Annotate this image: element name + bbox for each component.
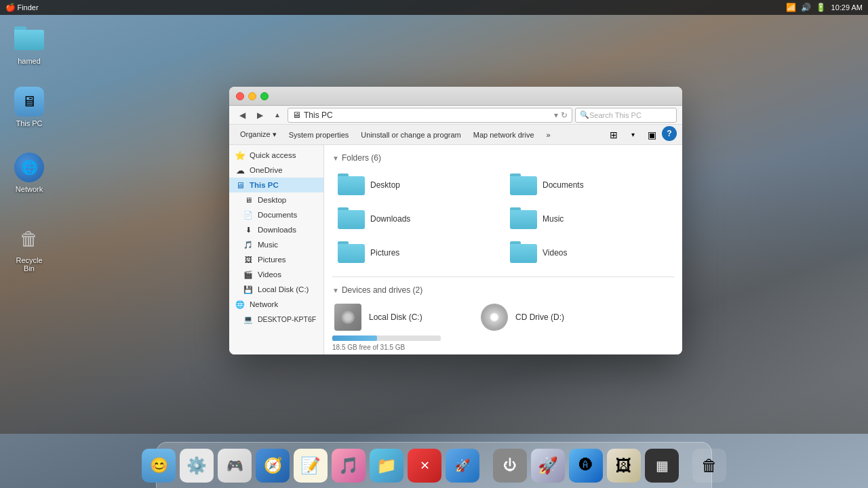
- game-center-dock-icon: 🎮: [226, 458, 243, 474]
- more-options-button[interactable]: »: [541, 129, 556, 140]
- dock-app-store2[interactable]: 🚀: [446, 449, 479, 483]
- folder-item-desktop[interactable]: Desktop: [332, 169, 502, 201]
- address-dropdown-icon[interactable]: ▾: [554, 110, 558, 120]
- sidebar-item-music[interactable]: 🎵 Music: [229, 237, 323, 252]
- launchpad-dock-icon: ✕: [420, 458, 430, 473]
- folder-item-pictures[interactable]: Pictures: [332, 237, 502, 268]
- dock-system-prefs[interactable]: ⚙️: [180, 449, 214, 483]
- dock-game-center[interactable]: 🎮: [218, 449, 252, 483]
- sidebar-network-label: Network: [250, 300, 278, 308]
- search-icon: 🔍: [580, 110, 589, 119]
- apple-menu-icon[interactable]: 🍎: [5, 3, 15, 12]
- organize-button[interactable]: Organize ▾: [235, 129, 282, 140]
- folders-section-title: Folders (6): [342, 153, 381, 163]
- sidebar-onedrive-label: OneDrive: [250, 166, 283, 174]
- file-explorer-window: ◀ ▶ ▲ 🖥 This PC ▾ ↻ 🔍 Search This PC Org…: [229, 87, 682, 354]
- refresh-icon[interactable]: ↻: [561, 110, 568, 120]
- sidebar-item-videos[interactable]: 🎬 Videos: [229, 267, 323, 282]
- sidebar-item-onedrive[interactable]: ☁ OneDrive: [229, 163, 323, 178]
- videos-folder-name: Videos: [542, 248, 567, 258]
- drives-chevron[interactable]: ▼: [332, 287, 339, 294]
- sidebar-item-desktop-computer[interactable]: 💻 DESKTOP-KPT6F: [229, 312, 323, 327]
- system-prefs-dock-icon: ⚙️: [186, 456, 207, 475]
- local-disk-c-space-text: 18.5 GB free of 31.5 GB: [332, 344, 405, 351]
- cd-drive-d-icon: [479, 302, 510, 333]
- dock-mosaic[interactable]: ▦: [645, 449, 679, 483]
- dock-preview[interactable]: 🖼: [607, 449, 641, 483]
- pictures-icon: 🖼: [243, 254, 254, 265]
- sidebar-item-desktop[interactable]: 🖥 Desktop: [229, 192, 323, 207]
- finder-menu[interactable]: Finder: [23, 3, 33, 12]
- sidebar-item-this-pc[interactable]: 🖥 This PC: [229, 178, 323, 192]
- downloads-icon: ⬇: [243, 224, 254, 235]
- help-button[interactable]: ?: [662, 126, 677, 141]
- sidebar-item-downloads[interactable]: ⬇ Downloads: [229, 222, 323, 237]
- dock-finder[interactable]: 😊: [142, 449, 176, 483]
- dock-safari[interactable]: 🧭: [256, 449, 290, 483]
- drives-grid: Local Disk (C:) 18.5 GB free of 31.5 GB: [332, 302, 674, 351]
- desktop-icon-hamed[interactable]: hamed: [5, 24, 53, 65]
- main-content: ⭐ Quick access ☁ OneDrive 🖥 This PC 🖥 De…: [229, 145, 682, 354]
- drive-item-local-disk-c[interactable]: Local Disk (C:) 18.5 GB free of 31.5 GB: [332, 302, 468, 351]
- minimize-button[interactable]: [248, 92, 256, 100]
- desktop-icon-recycle-bin[interactable]: 🗑 RecycleBin: [5, 224, 53, 272]
- view-dropdown-button[interactable]: ▾: [624, 126, 642, 144]
- menu-bar-left: 🍎 Finder: [5, 3, 33, 12]
- back-button[interactable]: ◀: [235, 108, 250, 123]
- folders-grid: Desktop Documents Downloads Music: [332, 169, 674, 268]
- dock-launchpad[interactable]: ✕: [408, 449, 441, 483]
- dock-rocket[interactable]: 🚀: [531, 449, 565, 483]
- search-placeholder-text: Search This PC: [589, 111, 642, 119]
- uninstall-program-button[interactable]: Uninstall or change a program: [355, 129, 466, 140]
- preview-pane-button[interactable]: ▣: [643, 126, 660, 144]
- sidebar-downloads-label: Downloads: [258, 226, 296, 234]
- downloads-folder-name: Downloads: [370, 214, 410, 224]
- dock-notes[interactable]: 📝: [294, 449, 328, 483]
- cd-drive-d-info: CD Drive (D:): [515, 312, 564, 322]
- hamed-folder-label: hamed: [18, 57, 41, 65]
- sidebar-local-disk-label: Local Disk (C:): [258, 285, 309, 293]
- up-button[interactable]: ▲: [270, 108, 285, 123]
- desktop-folder-icon: 🖥: [243, 195, 254, 205]
- folders-chevron[interactable]: ▼: [332, 155, 339, 162]
- this-pc-icon: 🖥: [14, 87, 44, 117]
- computer-icon: 💻: [243, 314, 254, 325]
- dock-itunes[interactable]: 🎵: [332, 449, 366, 483]
- search-bar[interactable]: 🔍 Search This PC: [575, 108, 677, 123]
- forward-button[interactable]: ▶: [252, 108, 267, 123]
- menu-bar: 🍎 Finder 📶 🔊 🔋 10:29 AM: [0, 0, 868, 15]
- folder-item-documents[interactable]: Documents: [505, 169, 674, 201]
- sidebar-item-documents[interactable]: 📄 Documents: [229, 207, 323, 222]
- sidebar-item-local-disk[interactable]: 💾 Local Disk (C:): [229, 282, 323, 297]
- sidebar-item-quick-access[interactable]: ⭐ Quick access: [229, 148, 323, 163]
- dock-files[interactable]: 📁: [370, 449, 403, 483]
- mac-dock: 😊 ⚙️ 🎮 🧭 📝 🎵 📁 ✕ 🚀 ⏻ 🚀: [156, 442, 712, 488]
- documents-folder-thumb: [510, 174, 537, 197]
- dock-app-store[interactable]: 🅐: [569, 449, 603, 483]
- local-disk-c-name: Local Disk (C:): [369, 312, 422, 322]
- sidebar-videos-label: Videos: [258, 270, 281, 279]
- app-store2-dock-icon: 🚀: [455, 458, 470, 473]
- videos-icon: 🎬: [243, 269, 254, 280]
- desktop-icon-this-pc[interactable]: 🖥 This PC: [5, 87, 53, 127]
- desktop-folder-name: Desktop: [370, 180, 400, 190]
- folder-item-videos[interactable]: Videos: [505, 237, 674, 268]
- network-globe-icon: 🌐: [14, 152, 44, 182]
- maximize-button[interactable]: [260, 92, 269, 100]
- title-bar: [229, 87, 682, 106]
- map-network-drive-button[interactable]: Map network drive: [468, 129, 540, 140]
- system-properties-button[interactable]: System properties: [283, 129, 355, 140]
- folder-item-downloads[interactable]: Downloads: [332, 203, 502, 235]
- drive-item-cd-drive-d[interactable]: CD Drive (D:): [479, 302, 614, 351]
- sidebar-pictures-label: Pictures: [258, 256, 286, 264]
- address-bar[interactable]: 🖥 This PC ▾ ↻: [288, 108, 572, 123]
- folder-item-music[interactable]: Music: [505, 203, 674, 235]
- dock-trash[interactable]: 🗑: [692, 449, 726, 483]
- view-icon-button[interactable]: ⊞: [605, 126, 623, 144]
- close-button[interactable]: [236, 92, 244, 100]
- sidebar-item-pictures[interactable]: 🖼 Pictures: [229, 252, 323, 267]
- sidebar-music-label: Music: [258, 241, 278, 249]
- dock-power[interactable]: ⏻: [493, 449, 527, 483]
- sidebar-item-network[interactable]: 🌐 Network: [229, 297, 323, 312]
- desktop-icon-network[interactable]: 🌐 Network: [5, 152, 53, 193]
